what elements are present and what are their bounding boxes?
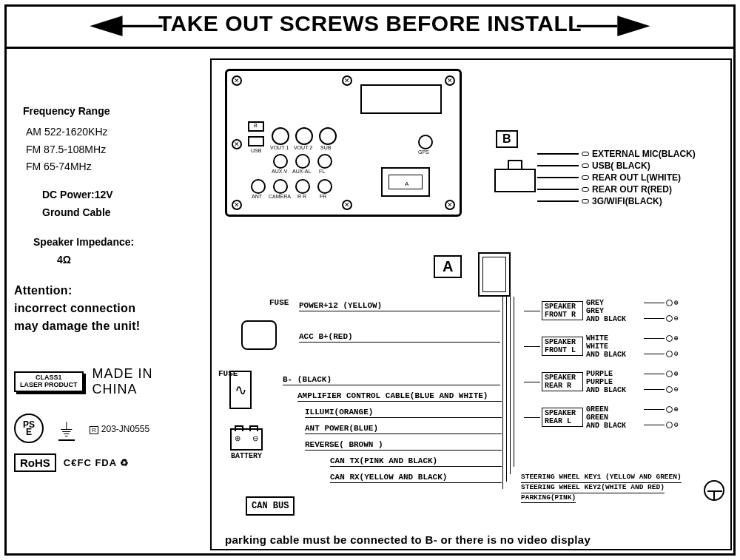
connector-a-panel: A [381, 167, 430, 197]
port-vout1 [272, 127, 289, 145]
bus-line [506, 297, 507, 482]
rohs-row: RoHS C€FC FDA ♻ [14, 453, 203, 472]
cert-row: PS E ⏚ R203-JN0555 [14, 414, 203, 443]
port-ant [251, 179, 266, 194]
screw-icon: ✕ [445, 200, 455, 210]
wire-illumi: ILLUMI(ORANGE) [305, 408, 502, 418]
speaker-rear-l: SPEAKERREAR L GREENGREENAND BLACK ⊕⊖ [524, 402, 678, 433]
freq-fm2: FM 65-74MHz [26, 158, 197, 176]
pse-mark-icon: PS E [14, 414, 44, 443]
steering-wheel-icon [704, 480, 724, 501]
port-auxv [273, 154, 288, 169]
backpanel: ✕ ✕ ✕ ✕ ✕ ✕ ✕ USB B VOUT 1 VOUT 2 SUB AU… [225, 69, 462, 217]
speaker-front-l: SPEAKERFRONT L WHITEWHITEAND BLACK ⊕⊖ [524, 331, 678, 362]
speaker-impedance-heading: Speaker Impedance: [33, 234, 197, 252]
freq-range-heading: Frequency Range [23, 103, 197, 121]
arrow-left-icon: ◀— [91, 16, 164, 31]
made-in-china: MADE IN CHINA [92, 366, 153, 397]
screw-icon: ✕ [232, 139, 242, 149]
bus-line [514, 297, 514, 467]
attention-l3: may damage the unit! [14, 317, 203, 335]
wiring-diagram: ✕ ✕ ✕ ✕ ✕ ✕ ✕ USB B VOUT 1 VOUT 2 SUB AU… [210, 58, 732, 550]
footer-note: parking cable must be connected to B- or… [225, 533, 591, 546]
port-camera [273, 179, 288, 194]
battery-block: ⊕ ⊖ BATTERY [226, 428, 266, 460]
arrow-right-icon: —▶ [577, 16, 650, 31]
laser-row: CLASS1 LASER PRODUCT MADE IN CHINA [14, 366, 203, 397]
canbus-box: CAN BUS [246, 496, 295, 516]
port-fl [317, 154, 332, 169]
key-switch-icon [241, 320, 277, 350]
banner: ◀— TAKE OUT SCREWS BEFORE INSTALL —▶ [7, 7, 733, 45]
wire-canrx: CAN RX(YELLOW AND BLACK) [330, 473, 502, 483]
speaker-list: SPEAKERFRONT R GREYGREYAND BLACK ⊕⊖ SPEA… [524, 295, 678, 437]
port-rr [295, 179, 310, 194]
small-cert-icons: C€FC FDA ♻ [64, 457, 130, 468]
wire-cantx: CAN TX(PINK AND BLACK) [330, 456, 502, 467]
attention-l2: incorrect connection [14, 300, 203, 317]
a-tag: A [434, 255, 462, 278]
port-fr [317, 179, 332, 194]
speaker-rear-r: SPEAKERREAR R PURPLEPURPLEAND BLACK ⊕⊖ [524, 366, 678, 397]
speaker-front-r: SPEAKERFRONT R GREYGREYAND BLACK ⊕⊖ [524, 295, 678, 326]
attention-block: Attention: incorrect connection may dama… [14, 282, 203, 335]
dc-power: DC Power:12V [42, 186, 197, 204]
divider [7, 47, 733, 49]
wire-reverse: REVERSE( BROWN ) [305, 440, 502, 451]
fuse-icon: ∿ [229, 371, 252, 409]
port-sub [319, 127, 337, 145]
wire-acc: ACC B+(RED) [299, 332, 500, 343]
class1-laser-badge: CLASS1 LASER PRODUCT [14, 371, 84, 392]
r-code: R203-JN0555 [90, 422, 149, 435]
port-auxal [295, 154, 310, 169]
port-gps [418, 135, 433, 149]
b-label: B [254, 123, 258, 128]
wire-bminus: B- (BLACK) [283, 375, 500, 385]
screw-icon: ✕ [232, 200, 242, 210]
wire-power12: POWER+12 (YELLOW) [299, 301, 500, 311]
bus-line [502, 297, 503, 489]
rohs-badge: RoHS [14, 453, 56, 472]
screw-icon: ✕ [342, 200, 352, 210]
screw-icon: ✕ [342, 75, 352, 86]
b-connector-icon [494, 160, 540, 192]
usb-label: USB [251, 148, 261, 153]
wire-amp: AMPLIFIER CONTROL CABLE(BLUE AND WHITE) [297, 391, 502, 402]
b-wires: EXTERNAL MIC(BLACK) USB( BLACK) REAR OUT… [537, 148, 696, 207]
freq-fm1: FM 87.5-108MHz [26, 141, 197, 159]
fuse-label-top: FUSE [269, 298, 289, 307]
screw-icon: ✕ [232, 75, 242, 86]
b-tag: B [496, 130, 518, 148]
steering-keys: STEERING WHEEL KEY1 (YELLOW AND GREEN) S… [521, 473, 682, 503]
battery-icon: ⊕ ⊖ [230, 428, 263, 451]
bus-line [510, 297, 511, 474]
usb-slot [248, 136, 264, 146]
wire-antpower: ANT POWER(BLUE) [305, 424, 502, 434]
ground-cable: Ground Cable [42, 204, 197, 222]
screw-icon: ✕ [445, 75, 455, 86]
ground-symbol-icon: ⏚ [58, 416, 75, 441]
specs-block: Frequency Range AM 522-1620KHz FM 87.5-1… [14, 58, 203, 269]
attention-l1: Attention: [14, 282, 203, 300]
freq-am: AM 522-1620KHz [26, 124, 197, 141]
left-column: Frequency Range AM 522-1620KHz FM 87.5-1… [14, 58, 203, 472]
connector-a-icon [478, 252, 511, 297]
banner-text: TAKE OUT SCREWS BEFORE INSTALL [158, 11, 582, 36]
impedance-value: 4Ω [57, 252, 197, 269]
lcd-outline [360, 84, 442, 114]
port-vout2 [295, 127, 313, 145]
